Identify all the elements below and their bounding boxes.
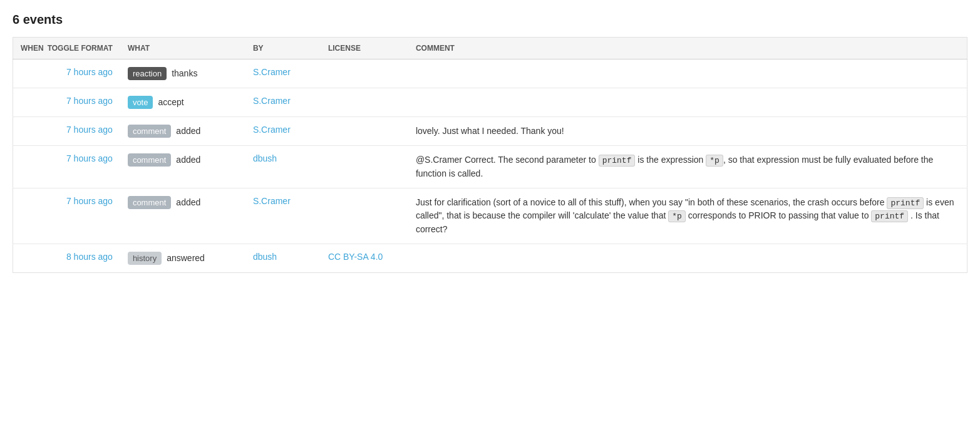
what-text: answered (167, 253, 205, 263)
by-link[interactable]: dbush (253, 153, 277, 163)
by-cell[interactable]: S.Cramer (245, 188, 321, 244)
when-cell: 8 hours ago (13, 244, 120, 272)
comment-cell: Just for clarification (sort of a novice… (408, 188, 967, 244)
what-cell: commentadded (120, 188, 245, 244)
by-link[interactable]: S.Cramer (253, 67, 291, 77)
table-row: 7 hours agocommentaddedS.Cramerlovely. J… (13, 117, 967, 146)
license-cell (321, 88, 408, 117)
license-cell: CC BY-SA 4.0 (321, 244, 408, 272)
when-header: WHEN TOGGLE FORMAT (13, 38, 120, 59)
by-cell[interactable]: dbush (245, 146, 321, 188)
by-header: BY (245, 38, 321, 59)
by-link[interactable]: S.Cramer (253, 96, 291, 106)
by-cell[interactable]: S.Cramer (245, 88, 321, 117)
license-cell (321, 59, 408, 88)
when-label: WHEN (21, 44, 44, 53)
when-cell: 7 hours ago (13, 59, 120, 88)
what-cell: commentadded (120, 117, 245, 146)
what-header: WHAT (120, 38, 245, 59)
what-cell: commentadded (120, 146, 245, 188)
by-cell[interactable]: S.Cramer (245, 59, 321, 88)
license-link[interactable]: CC BY-SA 4.0 (328, 252, 383, 262)
event-badge-history: history (128, 252, 162, 265)
license-cell (321, 117, 408, 146)
by-link[interactable]: S.Cramer (253, 196, 291, 206)
toggle-format-button[interactable]: TOGGLE FORMAT (48, 44, 113, 53)
event-badge-comment: comment (128, 125, 171, 138)
comment-cell (408, 88, 967, 117)
event-badge-comment: comment (128, 196, 171, 209)
what-text: thanks (172, 68, 197, 78)
table-header-row: WHEN TOGGLE FORMAT WHAT BY LICENSE COMME… (13, 38, 967, 59)
comment-cell (408, 59, 967, 88)
what-text: added (176, 197, 200, 207)
when-cell: 7 hours ago (13, 146, 120, 188)
what-text: accept (158, 97, 183, 107)
when-cell: 7 hours ago (13, 88, 120, 117)
event-badge-reaction: reaction (128, 67, 167, 80)
by-link[interactable]: dbush (253, 252, 277, 262)
by-cell[interactable]: dbush (245, 244, 321, 272)
when-cell: 7 hours ago (13, 188, 120, 244)
by-link[interactable]: S.Cramer (253, 125, 291, 135)
what-cell: reactionthanks (120, 59, 245, 88)
page-title: 6 events (13, 13, 967, 27)
license-cell (321, 146, 408, 188)
table-row: 7 hours agocommentaddedS.CramerJust for … (13, 188, 967, 244)
comment-cell (408, 244, 967, 272)
comment-cell: lovely. Just what I needed. Thank you! (408, 117, 967, 146)
event-badge-vote: vote (128, 96, 153, 109)
event-badge-comment: comment (128, 153, 171, 167)
table-row: 8 hours agohistoryanswereddbushCC BY-SA … (13, 244, 967, 272)
when-cell: 7 hours ago (13, 117, 120, 146)
license-header: LICENSE (321, 38, 408, 59)
what-cell: voteaccept (120, 88, 245, 117)
comment-cell: @S.Cramer Correct. The second parameter … (408, 146, 967, 188)
what-text: added (176, 155, 200, 165)
comment-header: COMMENT (408, 38, 967, 59)
what-cell: historyanswered (120, 244, 245, 272)
table-row: 7 hours agocommentaddeddbush@S.Cramer Co… (13, 146, 967, 188)
events-table: WHEN TOGGLE FORMAT WHAT BY LICENSE COMME… (13, 37, 967, 273)
what-text: added (176, 126, 200, 136)
license-cell (321, 188, 408, 244)
table-row: 7 hours agovoteacceptS.Cramer (13, 88, 967, 117)
by-cell[interactable]: S.Cramer (245, 117, 321, 146)
table-row: 7 hours agoreactionthanksS.Cramer (13, 59, 967, 88)
